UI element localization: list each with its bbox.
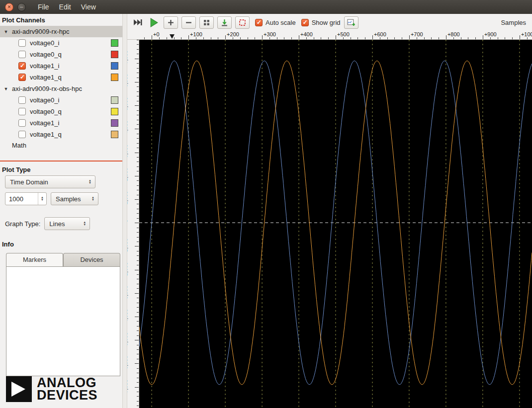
channel-label: voltage1_q	[30, 131, 62, 138]
channel-label: voltage1_q	[30, 74, 62, 81]
math-label: Math	[12, 142, 26, 149]
channel-label: voltage1_i	[30, 119, 59, 127]
auto-scale-label: Auto scale	[266, 19, 296, 26]
play-icon	[149, 18, 159, 27]
channel-color-swatch[interactable]	[111, 119, 118, 127]
zoom-out-icon	[185, 19, 192, 26]
channel-color-swatch[interactable]	[111, 74, 118, 81]
channel-label: voltage1_i	[30, 62, 59, 70]
plot-region: +0+100+200+300+400+500+600+700+800+900+1…	[127, 31, 532, 408]
waveform-chart	[139, 40, 532, 408]
sample-count-value: 1000	[5, 195, 38, 203]
channel-row[interactable]: voltage1_q	[0, 72, 122, 83]
tab-devices[interactable]: Devices	[63, 253, 120, 266]
zoom-in-icon	[168, 19, 174, 26]
y-axis-ruler: +7,000+6,000+5,000+4,000+3,000+2,000+1,0…	[127, 40, 139, 408]
tab-markers[interactable]: Markers	[6, 253, 63, 266]
new-plot-icon	[347, 19, 355, 26]
channel-color-swatch[interactable]	[111, 62, 118, 70]
menu-edit[interactable]: Edit	[59, 3, 71, 11]
channel-checkbox[interactable]	[18, 96, 26, 104]
close-icon: ✕	[7, 5, 11, 9]
x-axis-ruler: +0+100+200+300+400+500+600+700+800+900+1…	[127, 31, 532, 40]
close-button[interactable]: ✕	[5, 3, 13, 11]
channel-checkbox[interactable]	[18, 119, 26, 127]
channel-row[interactable]: voltage0_i	[0, 94, 122, 106]
plot-type-select[interactable]: Time Domain ▲▼	[5, 175, 95, 188]
analog-devices-logo: ANALOG DEVICES	[0, 376, 122, 408]
fullscreen-button[interactable]	[235, 16, 250, 29]
sidebar: Plot Channels ▼ axi-adrv9009-rx-hpc volt…	[0, 14, 122, 408]
show-grid-checkbox[interactable]: Show grid	[301, 19, 341, 26]
new-plot-button[interactable]	[344, 16, 358, 29]
combo-arrows-icon: ▲▼	[89, 179, 91, 184]
sample-unit-select[interactable]: Samples ▲▼	[51, 192, 98, 205]
iio-oscilloscope-window: ✕ ─ File Edit View Plot Channels ▼ axi-a…	[0, 0, 532, 408]
device-group-label: axi-adrv9009-rx-obs-hpc	[12, 85, 82, 92]
plot-channels-title: Plot Channels	[0, 15, 122, 26]
channel-label: voltage0_q	[30, 51, 62, 58]
skip-to-end-button[interactable]	[131, 17, 144, 27]
plot-toolbar: Auto scale Show grid Samples	[127, 14, 532, 31]
device-group-row[interactable]: ▼ axi-adrv9009-rx-obs-hpc	[0, 83, 122, 94]
plot-type-title: Plot Type	[0, 164, 122, 175]
orange-separator	[0, 161, 122, 162]
adi-triangle-icon	[6, 376, 32, 402]
menu-file[interactable]: File	[38, 3, 49, 11]
auto-zoom-button[interactable]	[217, 16, 232, 29]
zoom-in-button[interactable]	[164, 16, 178, 29]
spinner-arrows-icon[interactable]: ▲▼	[38, 193, 46, 205]
channel-checkbox[interactable]	[18, 51, 26, 58]
tab-devices-label: Devices	[80, 256, 103, 263]
channel-checkbox[interactable]	[18, 74, 26, 81]
plot-canvas[interactable]	[139, 40, 532, 408]
channel-row[interactable]: voltage1_i	[0, 117, 122, 129]
info-tabs: Markers Devices	[6, 253, 120, 266]
auto-scale-checkbox[interactable]: Auto scale	[255, 19, 296, 26]
sample-unit-value: Samples	[56, 195, 81, 203]
graph-type-select[interactable]: Lines ▲▼	[44, 217, 90, 230]
channel-row[interactable]: voltage0_q	[0, 106, 122, 117]
sample-count-spinner[interactable]: 1000 ▲▼	[5, 192, 47, 205]
logo-line2: DEVICES	[37, 389, 97, 402]
math-row[interactable]: Math	[0, 140, 122, 151]
channel-color-swatch[interactable]	[111, 131, 118, 138]
channel-checkbox[interactable]	[18, 131, 26, 138]
channel-color-swatch[interactable]	[111, 96, 118, 104]
auto-scale-checkbox-box[interactable]	[255, 19, 263, 26]
pane-splitter[interactable]	[122, 14, 127, 408]
red-frame-icon	[239, 19, 246, 26]
expander-icon[interactable]: ▼	[3, 29, 8, 34]
menu-view[interactable]: View	[81, 3, 96, 11]
channel-color-swatch[interactable]	[111, 51, 118, 58]
samples-unit-label: Samples	[501, 19, 527, 26]
channel-color-swatch[interactable]	[111, 39, 118, 47]
capture-play-button[interactable]	[148, 17, 160, 28]
zoom-fit-button[interactable]	[199, 16, 214, 29]
graph-type-value: Lines	[49, 220, 65, 228]
minimize-button[interactable]: ─	[17, 3, 26, 11]
channel-row[interactable]: voltage1_i	[0, 60, 122, 72]
channel-checkbox[interactable]	[18, 62, 26, 70]
graph-type-label: Graph Type:	[5, 217, 40, 230]
device-group-row[interactable]: ▼ axi-adrv9009-rx-hpc	[0, 26, 122, 37]
device-group-label: axi-adrv9009-rx-hpc	[12, 28, 70, 35]
expander-icon[interactable]: ▼	[3, 86, 8, 91]
channel-row[interactable]: voltage0_i	[0, 37, 122, 49]
channel-row[interactable]: voltage0_q	[0, 49, 122, 60]
x-ruler-marker[interactable]	[170, 34, 175, 39]
minimize-icon: ─	[20, 5, 23, 9]
channel-label: voltage0_i	[30, 96, 59, 104]
channel-checkbox[interactable]	[18, 39, 26, 47]
channel-label: voltage0_i	[30, 39, 59, 47]
zoom-out-button[interactable]	[181, 16, 196, 29]
menubar: File Edit View	[38, 3, 96, 11]
channel-color-swatch[interactable]	[111, 108, 118, 115]
channel-label: voltage0_q	[30, 108, 62, 115]
channel-checkbox[interactable]	[18, 108, 26, 115]
channel-row[interactable]: voltage1_q	[0, 129, 122, 140]
show-grid-label: Show grid	[312, 19, 341, 26]
titlebar: ✕ ─ File Edit View	[0, 0, 532, 14]
combo-arrows-icon: ▲▼	[91, 196, 94, 201]
show-grid-checkbox-box[interactable]	[301, 19, 309, 26]
